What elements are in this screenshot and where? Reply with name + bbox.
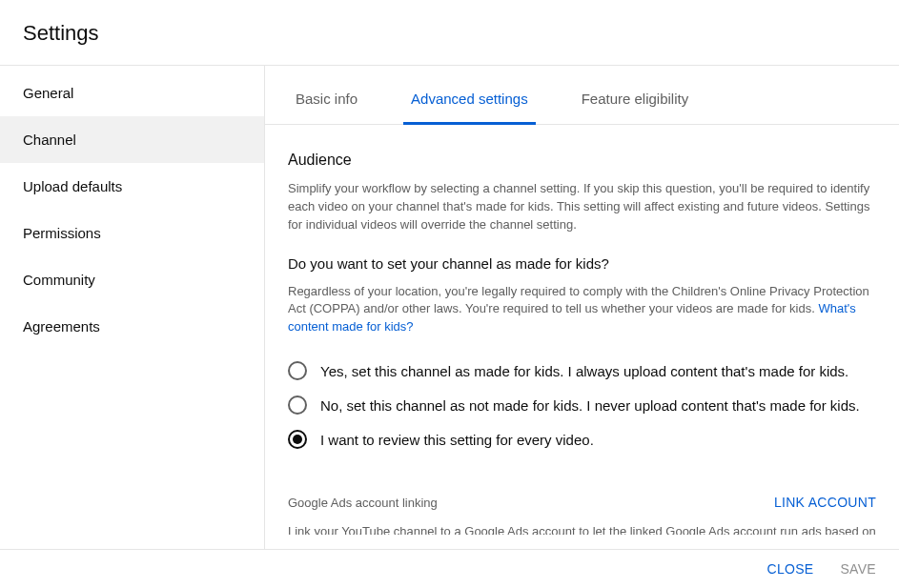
ads-section-title: Google Ads account linking xyxy=(288,496,438,510)
audience-radio-group: Yes, set this channel as made for kids. … xyxy=(288,354,876,456)
tab-panel: Audience Simplify your workflow by selec… xyxy=(265,125,899,535)
sidebar-item-channel[interactable]: Channel xyxy=(0,116,264,163)
sidebar-item-upload-defaults[interactable]: Upload defaults xyxy=(0,163,264,210)
sidebar-item-permissions[interactable]: Permissions xyxy=(0,210,264,256)
ads-header-row: Google Ads account linking LINK ACCOUNT xyxy=(288,495,876,510)
sidebar-item-general[interactable]: General xyxy=(0,70,264,116)
dialog-footer: CLOSE SAVE xyxy=(0,549,899,588)
audience-question-text: Regardless of your location, you're lega… xyxy=(288,284,869,316)
audience-question-description: Regardless of your location, you're lega… xyxy=(288,283,876,337)
radio-option-review[interactable]: I want to review this setting for every … xyxy=(288,422,876,456)
save-button[interactable]: SAVE xyxy=(840,561,876,577)
audience-question: Do you want to set your channel as made … xyxy=(288,255,876,272)
link-account-button[interactable]: LINK ACCOUNT xyxy=(774,495,876,510)
ads-description: Link your YouTube channel to a Google Ad… xyxy=(288,523,876,535)
radio-label: Yes, set this channel as made for kids. … xyxy=(320,363,848,379)
radio-option-yes[interactable]: Yes, set this channel as made for kids. … xyxy=(288,354,876,388)
ads-description-text: Link your YouTube channel to a Google Ad… xyxy=(288,524,876,535)
radio-icon xyxy=(288,361,307,380)
tab-advanced-settings[interactable]: Advanced settings xyxy=(403,66,536,124)
radio-icon xyxy=(288,395,307,415)
sidebar: General Channel Upload defaults Permissi… xyxy=(0,66,265,552)
tab-bar: Basic info Advanced settings Feature eli… xyxy=(265,66,899,125)
sidebar-item-agreements[interactable]: Agreements xyxy=(0,303,264,350)
radio-label: I want to review this setting for every … xyxy=(320,432,594,448)
sidebar-item-community[interactable]: Community xyxy=(0,256,264,303)
settings-header: Settings xyxy=(0,0,899,66)
tab-basic-info[interactable]: Basic info xyxy=(288,66,365,124)
tab-feature-eligibility[interactable]: Feature eligibility xyxy=(574,66,697,124)
audience-description: Simplify your workflow by selecting a ch… xyxy=(288,180,876,234)
radio-label: No, set this channel as not made for kid… xyxy=(320,397,860,414)
radio-option-no[interactable]: No, set this channel as not made for kid… xyxy=(288,388,876,422)
main-panel: Basic info Advanced settings Feature eli… xyxy=(265,66,899,552)
close-button[interactable]: CLOSE xyxy=(767,561,814,577)
audience-title: Audience xyxy=(288,152,876,169)
content-area: General Channel Upload defaults Permissi… xyxy=(0,66,899,552)
radio-icon xyxy=(288,430,307,449)
page-title: Settings xyxy=(23,21,876,46)
